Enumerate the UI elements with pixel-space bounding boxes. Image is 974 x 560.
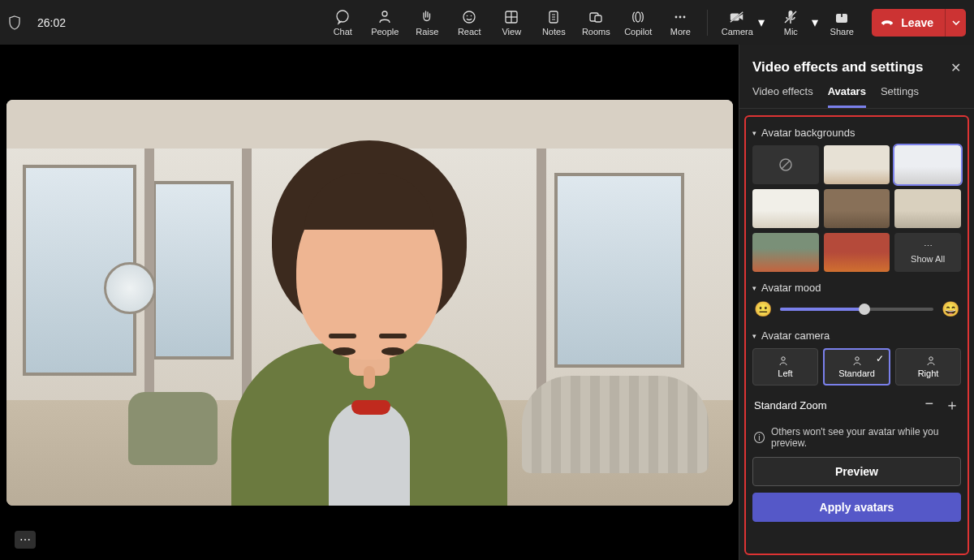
toolbar-divider xyxy=(707,10,708,36)
person-center-icon xyxy=(850,355,864,367)
chat-button[interactable]: Chat xyxy=(324,9,361,37)
svg-rect-13 xyxy=(595,15,601,22)
chevron-down-icon xyxy=(952,19,960,27)
camera-button[interactable]: Camera xyxy=(716,9,758,37)
people-button[interactable]: People xyxy=(366,9,403,37)
view-icon xyxy=(503,9,519,25)
camera-opt-right[interactable]: Right xyxy=(895,348,961,386)
zoom-in-button[interactable]: ＋ xyxy=(945,395,959,415)
checkmark-icon: ✓ xyxy=(876,353,884,364)
hangup-icon xyxy=(880,17,894,28)
section-avatar-mood[interactable]: ▾ Avatar mood xyxy=(752,282,961,294)
camera-opt-left[interactable]: Left xyxy=(752,348,818,386)
raise-hand-button[interactable]: Raise xyxy=(408,9,446,37)
section-avatar-backgrounds[interactable]: ▾ Avatar backgrounds xyxy=(752,127,961,139)
svg-point-16 xyxy=(679,15,682,18)
preview-info-text: Others won't see your avatar while you p… xyxy=(771,426,959,449)
neutral-face-icon: 😐 xyxy=(754,300,772,318)
more-icon xyxy=(672,9,688,25)
video-stage: ⋯ xyxy=(0,45,739,560)
avatar-preview xyxy=(6,100,733,506)
background-option-2[interactable] xyxy=(894,145,961,184)
react-button[interactable]: React xyxy=(450,9,488,37)
background-option-7[interactable] xyxy=(824,233,890,272)
tab-avatars[interactable]: Avatars xyxy=(828,85,866,108)
copilot-button[interactable]: Copilot xyxy=(619,9,657,37)
background-option-3[interactable] xyxy=(752,189,819,228)
close-panel-button[interactable]: ✕ xyxy=(950,60,961,75)
mood-slider[interactable] xyxy=(780,308,933,311)
svg-point-15 xyxy=(675,15,678,18)
meeting-timer: 26:02 xyxy=(37,16,86,29)
camera-chevron-icon[interactable]: ▾ xyxy=(758,15,765,30)
react-icon xyxy=(461,9,477,25)
person-left-icon xyxy=(778,355,793,367)
raise-hand-icon xyxy=(419,9,435,25)
background-option-1[interactable] xyxy=(824,145,890,184)
more-icon: ⋯ xyxy=(924,241,933,252)
rooms-button[interactable]: Rooms xyxy=(577,9,614,37)
svg-rect-18 xyxy=(730,13,739,20)
more-button[interactable]: More xyxy=(662,9,699,37)
happy-face-icon: 😄 xyxy=(942,300,959,318)
caret-down-icon: ▾ xyxy=(752,129,756,137)
camera-off-icon xyxy=(729,9,745,25)
caret-down-icon: ▾ xyxy=(752,332,756,340)
svg-point-3 xyxy=(467,15,468,16)
shield-icon[interactable] xyxy=(8,15,24,30)
mic-button[interactable]: Mic xyxy=(769,9,812,37)
leave-chevron-button[interactable] xyxy=(945,9,966,37)
caret-down-icon: ▾ xyxy=(752,284,756,292)
camera-opt-standard[interactable]: ✓ Standard xyxy=(823,348,890,386)
leave-button[interactable]: Leave xyxy=(872,9,945,37)
mic-chevron-icon[interactable]: ▾ xyxy=(812,15,818,30)
svg-point-28 xyxy=(781,357,784,360)
none-icon xyxy=(778,157,794,173)
avatars-options-highlight: ▾ Avatar backgrounds ⋯ Show All xyxy=(744,115,969,555)
svg-point-4 xyxy=(471,15,472,16)
svg-point-0 xyxy=(337,11,348,22)
video-effects-panel: Video effects and settings ✕ Video effec… xyxy=(739,45,974,560)
svg-point-2 xyxy=(463,11,475,23)
svg-line-27 xyxy=(782,161,790,169)
background-option-4[interactable] xyxy=(824,189,890,228)
video-context-menu-button[interactable]: ⋯ xyxy=(15,531,36,549)
info-icon: i xyxy=(754,432,765,443)
svg-point-1 xyxy=(382,11,387,16)
notes-button[interactable]: Notes xyxy=(535,9,572,37)
apply-avatars-button[interactable]: Apply avatars xyxy=(752,493,961,522)
section-avatar-camera[interactable]: ▾ Avatar camera xyxy=(752,330,961,342)
rooms-icon xyxy=(588,9,604,25)
share-icon xyxy=(834,9,850,25)
view-button[interactable]: View xyxy=(493,9,530,37)
svg-point-14 xyxy=(636,12,640,22)
person-right-icon xyxy=(921,355,936,367)
people-icon xyxy=(377,9,393,25)
preview-button[interactable]: Preview xyxy=(752,457,961,486)
meeting-top-bar: 26:02 Chat People Raise React View Notes… xyxy=(0,0,974,45)
background-show-all[interactable]: ⋯ Show All xyxy=(894,233,961,272)
mic-off-icon xyxy=(782,9,799,25)
zoom-label: Standard Zoom xyxy=(754,399,827,411)
notes-icon xyxy=(545,9,562,25)
background-option-6[interactable] xyxy=(752,233,819,272)
share-button[interactable]: Share xyxy=(823,9,860,37)
tab-video-effects[interactable]: Video effects xyxy=(752,85,813,108)
background-none[interactable] xyxy=(752,145,819,184)
chat-icon xyxy=(334,9,351,25)
panel-title: Video effects and settings xyxy=(752,59,923,75)
copilot-icon xyxy=(630,9,646,25)
zoom-out-button[interactable]: − xyxy=(924,395,933,415)
tab-settings[interactable]: Settings xyxy=(881,85,919,108)
background-option-5[interactable] xyxy=(894,189,961,228)
svg-point-30 xyxy=(929,357,932,360)
svg-point-17 xyxy=(683,15,686,18)
svg-point-29 xyxy=(855,357,858,360)
